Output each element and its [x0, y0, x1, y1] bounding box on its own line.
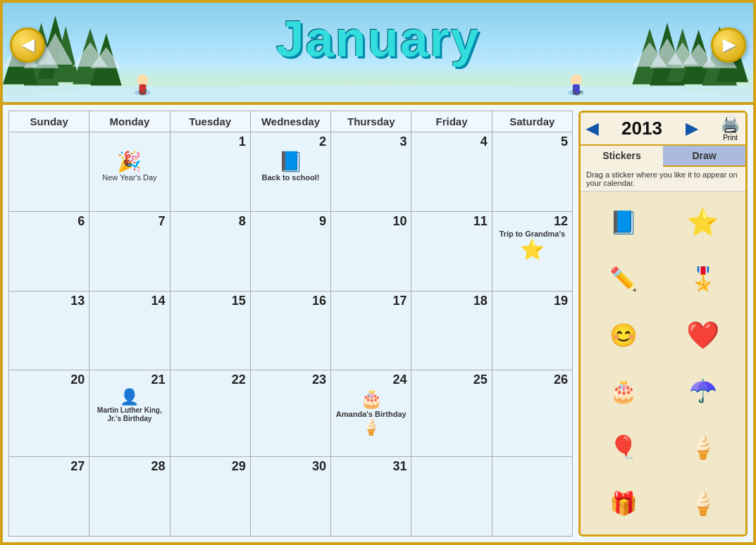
svg-line-29 [143, 89, 147, 95]
sticker-heart[interactable]: ❤️ [678, 314, 728, 356]
svg-point-1 [3, 86, 753, 102]
svg-marker-11 [73, 42, 108, 67]
col-thursday: Thursday [331, 111, 411, 132]
svg-rect-32 [573, 84, 580, 95]
svg-point-30 [568, 90, 585, 96]
col-monday: Monday [89, 111, 170, 132]
sticker-gift[interactable]: 🎁 [599, 482, 648, 525]
table-row[interactable]: 10 [331, 211, 411, 291]
table-row[interactable]: 9 [250, 211, 330, 291]
table-row[interactable]: 3 [331, 132, 411, 212]
year-bar: ◀ 2013 ▶ 🖨️ Print [581, 113, 745, 146]
col-saturday: Saturday [492, 111, 572, 132]
table-row[interactable]: 14 [89, 291, 170, 370]
table-row[interactable]: 19 [492, 291, 572, 370]
calendar-section: Sunday Monday Tuesday Wednesday Thursday… [8, 111, 573, 537]
svg-marker-14 [650, 23, 685, 85]
table-row[interactable]: 13 [9, 291, 89, 370]
print-label: Print [721, 134, 740, 142]
table-row[interactable]: 28 [89, 457, 170, 537]
sticker-smiley[interactable]: 😊 [599, 314, 648, 356]
svg-rect-24 [3, 86, 753, 102]
col-wednesday: Wednesday [250, 111, 330, 132]
svg-marker-20 [650, 38, 685, 68]
table-row[interactable]: 1 [170, 132, 250, 212]
table-row[interactable]: 7 [89, 211, 170, 291]
year-display: 2013 [621, 118, 662, 139]
table-row[interactable]: 12 Trip to Grandma's ⭐ [492, 211, 572, 291]
header: January ◀ ▶ [3, 3, 753, 105]
sticker-star[interactable]: ⭐ [678, 201, 728, 244]
table-row[interactable]: 2 📘 Back to school! [250, 132, 330, 212]
table-row[interactable]: 29 [170, 457, 250, 537]
svg-line-28 [140, 92, 143, 95]
print-button[interactable]: 🖨️ Print [721, 115, 740, 142]
app-container: January ◀ ▶ Sunday Monday Tuesday Wednes… [0, 0, 756, 545]
svg-marker-15 [667, 28, 698, 82]
calendar-table: Sunday Monday Tuesday Wednesday Thursday… [8, 111, 573, 537]
svg-rect-27 [140, 84, 147, 95]
sticker-ribbon[interactable]: 🎖️ [678, 258, 728, 300]
svg-marker-7 [90, 33, 122, 85]
stickers-tabs: Stickers Draw [581, 146, 745, 167]
table-row[interactable]: 24 🎂 Amanda's Birthday 🍦 [331, 370, 411, 457]
sticker-cake[interactable]: 🎂 [599, 370, 648, 412]
prev-year-button[interactable]: ◀ [586, 120, 598, 138]
table-row[interactable]: 🎉 New Year's Day [89, 132, 170, 212]
table-row[interactable]: 15 [170, 291, 250, 370]
table-row[interactable]: 16 [250, 291, 330, 370]
col-friday: Friday [411, 111, 492, 132]
table-row[interactable]: 18 [411, 291, 492, 370]
svg-point-25 [135, 90, 151, 96]
svg-marker-4 [51, 26, 80, 82]
tab-draw[interactable]: Draw [663, 146, 745, 167]
svg-line-34 [576, 92, 582, 95]
table-row[interactable]: 5 [492, 132, 572, 212]
month-title: January [275, 10, 480, 68]
svg-marker-21 [667, 42, 698, 65]
table-row[interactable] [411, 457, 492, 537]
table-row[interactable]: 27 [9, 457, 89, 537]
sticker-icecream2[interactable]: 🍦 [678, 482, 728, 525]
table-row[interactable]: 17 [331, 291, 411, 370]
svg-marker-12 [90, 47, 122, 68]
table-row[interactable]: 20 [9, 370, 89, 457]
svg-marker-16 [681, 30, 717, 84]
table-row[interactable]: 8 [170, 211, 250, 291]
sticker-book[interactable]: 📘 [599, 201, 648, 244]
table-row[interactable]: 23 [250, 370, 330, 457]
table-row[interactable]: 30 [250, 457, 330, 537]
next-year-button[interactable]: ▶ [686, 120, 698, 138]
stickers-grid: 📘 ⭐ ✏️ 🎖️ 😊 ❤️ 🎂 ☂️ 🎈 🍦 🎁 🍦 [581, 192, 745, 534]
table-row[interactable]: 4 [411, 132, 492, 212]
stickers-description: Drag a sticker where you like it to appe… [581, 167, 745, 192]
svg-line-33 [573, 90, 576, 95]
svg-marker-6 [73, 28, 108, 84]
table-row[interactable]: 11 [411, 211, 492, 291]
table-row[interactable] [9, 132, 89, 212]
tab-stickers[interactable]: Stickers [581, 146, 663, 167]
table-row[interactable]: 26 [492, 370, 572, 457]
sticker-pencil[interactable]: ✏️ [599, 258, 648, 300]
main-content: Sunday Monday Tuesday Wednesday Thursday… [3, 105, 753, 542]
table-row[interactable] [492, 457, 572, 537]
sticker-icecream[interactable]: 🍦 [678, 426, 728, 468]
table-row[interactable]: 22 [170, 370, 250, 457]
col-sunday: Sunday [9, 111, 89, 132]
svg-point-31 [571, 75, 582, 86]
table-row[interactable]: 31 [331, 457, 411, 537]
sidebar: ◀ 2013 ▶ 🖨️ Print Stickers Draw Drag a s… [578, 111, 748, 537]
svg-point-26 [137, 75, 149, 86]
sticker-balloons[interactable]: 🎈 [599, 426, 648, 468]
sticker-umbrella[interactable]: ☂️ [678, 370, 728, 412]
next-month-button[interactable]: ▶ [711, 27, 746, 63]
table-row[interactable]: 6 [9, 211, 89, 291]
prev-month-button[interactable]: ◀ [10, 27, 45, 63]
svg-marker-13 [632, 28, 667, 84]
table-row[interactable]: 21 👤 Martin Luther King, Jr.'s Birthday [89, 370, 170, 457]
col-tuesday: Tuesday [170, 111, 250, 132]
svg-marker-19 [632, 42, 667, 67]
table-row[interactable]: 25 [411, 370, 492, 457]
